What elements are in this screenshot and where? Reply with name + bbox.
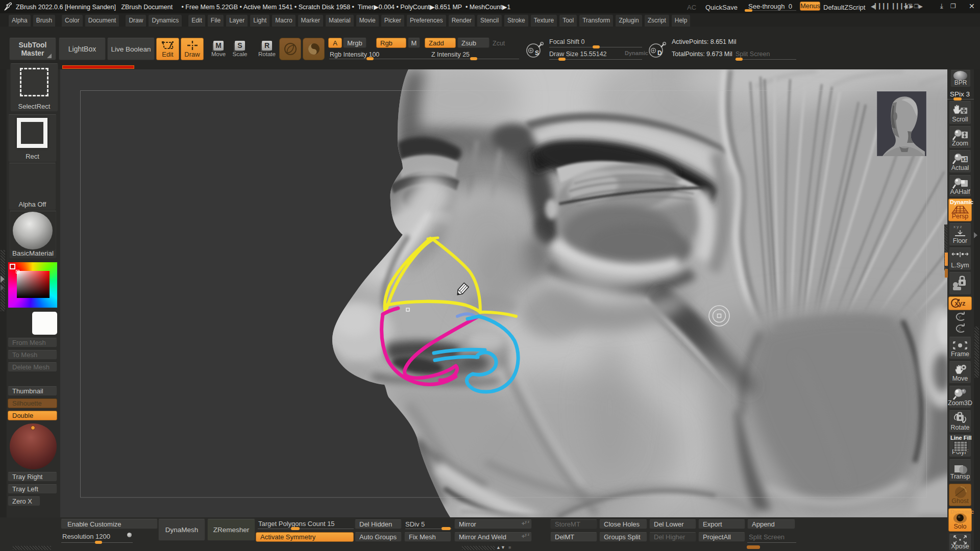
svg-text:S: S xyxy=(535,49,539,57)
svg-text:D: D xyxy=(657,49,662,57)
svg-text:Z: Z xyxy=(958,327,961,332)
svg-text:x1: x1 xyxy=(962,157,968,162)
svg-text:Y: Y xyxy=(958,315,961,320)
